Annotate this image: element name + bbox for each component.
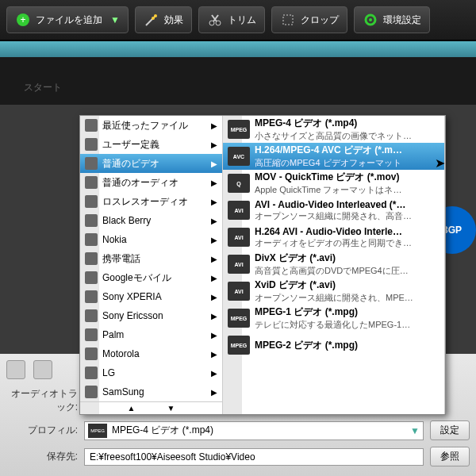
format-column: MPEGMPEG-4 ビデオ (*.mp4)小さなサイズと高品質の画像でネット……	[223, 116, 445, 414]
save-row: 保存先: 参照	[6, 443, 470, 470]
teal-band	[0, 41, 476, 57]
format-item[interactable]: MPEGMPEG-2 ビデオ (*.mpg)	[223, 332, 444, 359]
category-item[interactable]: Black Berry▶	[80, 211, 222, 230]
chevron-right-icon: ▶	[211, 388, 217, 397]
format-item[interactable]: AVIH.264 AVI - Audio-Video Interle…オーディオ…	[223, 224, 444, 251]
category-item[interactable]: Motorola▶	[80, 344, 222, 363]
category-icon	[85, 309, 98, 322]
settings-button[interactable]: 環境設定	[354, 6, 430, 33]
category-item[interactable]: ロスレスオーディオ▶	[80, 192, 222, 211]
format-item[interactable]: AVIDivX ビデオ (*.avi)高音質と高画質のDVDでMPEG4に圧…	[223, 251, 444, 278]
category-label: Sony Ericsson	[102, 310, 163, 321]
format-icon: AVI	[228, 228, 250, 247]
category-icon	[85, 290, 98, 303]
format-icon: AVI	[228, 282, 250, 301]
chevron-right-icon: ▶	[211, 274, 217, 282]
svg-point-8	[369, 18, 372, 21]
chevron-right-icon: ▶	[211, 293, 217, 301]
category-label: SamSung	[102, 386, 144, 397]
format-title: AVI - Audio-Video Interleaved (*…	[255, 199, 412, 210]
category-item[interactable]: 携帯電話▶	[80, 249, 222, 268]
crop-button[interactable]: クロップ	[271, 6, 347, 33]
add-file-button[interactable]: + ファイルを追加 ▼	[6, 6, 129, 33]
format-title: H.264/MPEG-4 AVC ビデオ (*.m…	[255, 144, 402, 157]
category-label: ロスレスオーディオ	[102, 195, 188, 209]
browse-button[interactable]: 参照	[430, 447, 470, 466]
category-icon	[85, 195, 98, 208]
format-desc: 小さなサイズと高品質の画像でネット…	[255, 130, 412, 142]
format-icon: MPEG	[228, 336, 250, 355]
profile-select[interactable]: MPEG MPEG-4 ビデオ (*.mp4) ▼	[84, 421, 424, 440]
format-title: H.264 AVI - Audio-Video Interle…	[255, 226, 412, 237]
category-item[interactable]: Googleモバイル▶	[80, 268, 222, 287]
format-title: MOV - QuickTime ビデオ (*.mov)	[255, 171, 401, 184]
format-icon: MPEG	[228, 309, 250, 328]
scroll-up-icon[interactable]: ▲	[128, 404, 136, 413]
svg-rect-6	[283, 15, 293, 25]
chevron-down-icon[interactable]: ▼	[410, 425, 420, 436]
format-item[interactable]: AVIAVI - Audio-Video Interleaved (*…オープン…	[223, 197, 444, 224]
page-title: スタート	[24, 82, 62, 93]
format-menu: 最近使ったファイル▶ユーザー定義▶普通のビデオ▶普通のオーディオ▶ロスレスオーデ…	[79, 115, 446, 415]
category-icon	[85, 386, 98, 398]
svg-point-3	[152, 17, 155, 20]
category-item[interactable]: Sony XPERIA▶	[80, 287, 222, 306]
format-item[interactable]: QMOV - QuickTime ビデオ (*.mov)Apple QuickT…	[223, 170, 444, 197]
category-item[interactable]: Palm▶	[80, 325, 222, 344]
mini-tool-2[interactable]	[33, 360, 52, 379]
category-icon	[85, 138, 98, 151]
profile-settings-button[interactable]: 設定	[430, 420, 470, 440]
format-desc: オープンソース組織に開発され、MPE…	[255, 292, 413, 304]
save-label: 保存先:	[6, 450, 78, 463]
category-icon	[85, 233, 98, 246]
category-label: Palm	[102, 329, 124, 340]
chevron-right-icon: ▶	[211, 236, 217, 244]
category-column: 最近使ったファイル▶ユーザー定義▶普通のビデオ▶普通のオーディオ▶ロスレスオーデ…	[80, 116, 223, 414]
category-label: Black Berry	[102, 215, 151, 226]
format-item[interactable]: MPEGMPEG-1 ビデオ (*.mpg)テレビに対応する最適化したMPEG-…	[223, 305, 444, 332]
mini-tool-1[interactable]	[6, 360, 25, 379]
save-path-input[interactable]	[84, 448, 424, 466]
category-item[interactable]: 普通のオーディオ▶	[80, 173, 222, 192]
category-item[interactable]: 最近使ったファイル▶	[80, 116, 222, 135]
format-desc: オープンソース組織に開発され、高音…	[255, 210, 412, 222]
chevron-right-icon: ▶	[211, 350, 217, 359]
category-label: Sony XPERIA	[102, 291, 162, 302]
content-header: スタート	[0, 57, 476, 105]
category-item[interactable]: Sony Ericsson▶	[80, 306, 222, 325]
category-label: LG	[102, 367, 115, 378]
format-item[interactable]: AVCH.264/MPEG-4 AVC ビデオ (*.m…高圧縮のMPEG4 ビ…	[223, 143, 444, 170]
trim-button[interactable]: トリム	[198, 6, 265, 33]
format-icon: MPEG	[228, 120, 250, 139]
category-item[interactable]: ユーザー定義▶	[80, 135, 222, 154]
category-icon	[85, 252, 98, 265]
add-file-label: ファイルを追加	[36, 13, 102, 27]
chevron-right-icon: ▶	[211, 140, 217, 149]
format-desc: 高音質と高画質のDVDでMPEG4に圧…	[255, 265, 409, 277]
format-title: XviD ビデオ (*.avi)	[255, 278, 413, 292]
chevron-right-icon: ▶	[211, 312, 217, 321]
category-icon	[85, 328, 98, 341]
dropdown-arrow-icon[interactable]: ▼	[110, 14, 120, 25]
chevron-right-icon: ▶	[211, 369, 217, 378]
category-item[interactable]: 普通のビデオ▶	[80, 154, 222, 173]
format-item[interactable]: AVIXviD ビデオ (*.avi)オープンソース組織に開発され、MPE…	[223, 278, 444, 305]
effect-button[interactable]: 効果	[135, 6, 192, 33]
scroll-down-icon[interactable]: ▼	[167, 404, 175, 413]
category-icon	[85, 119, 98, 132]
category-label: 普通のビデオ	[102, 157, 159, 171]
category-label: 最近使ったファイル	[102, 119, 188, 132]
format-desc: 高圧縮のMPEG4 ビデオフォーマット	[255, 157, 402, 169]
category-item[interactable]: Nokia▶	[80, 230, 222, 249]
trim-label: トリム	[228, 13, 256, 27]
category-item[interactable]: LG▶	[80, 363, 222, 382]
category-item[interactable]: SamSung▶	[80, 382, 222, 401]
crop-label: クロップ	[301, 13, 339, 27]
format-icon: AVI	[228, 255, 250, 274]
profile-row: プロフィル: MPEG MPEG-4 ビデオ (*.mp4) ▼ 設定	[6, 417, 470, 443]
format-item[interactable]: MPEGMPEG-4 ビデオ (*.mp4)小さなサイズと高品質の画像でネット…	[223, 116, 444, 143]
category-icon	[85, 347, 98, 360]
crop-icon	[280, 12, 296, 28]
audio-track-label: オーディオトラック:	[6, 387, 78, 414]
category-icon	[85, 176, 98, 189]
